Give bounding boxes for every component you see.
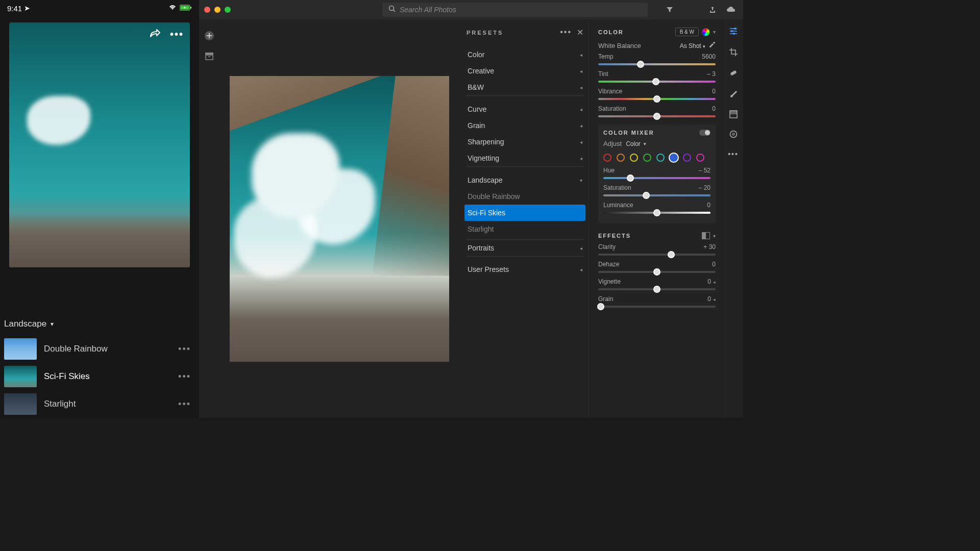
window-maximize-button[interactable] bbox=[225, 7, 231, 13]
preset-label: Sci-Fi Skies bbox=[44, 371, 167, 382]
white-balance-dropdown[interactable]: As Shot ▾ bbox=[680, 42, 705, 49]
add-photo-button[interactable] bbox=[203, 30, 215, 42]
slider-label: Saturation bbox=[603, 184, 631, 191]
slider-label: Grain bbox=[598, 295, 613, 303]
color-swatch[interactable] bbox=[603, 154, 611, 162]
slider-track[interactable] bbox=[598, 288, 716, 290]
slider-track[interactable] bbox=[603, 177, 710, 179]
preset-group-row[interactable]: Curve◂ bbox=[467, 101, 583, 117]
slider-track[interactable] bbox=[598, 254, 716, 256]
more-icon[interactable]: ••• bbox=[170, 29, 184, 40]
cloud-icon[interactable] bbox=[724, 6, 738, 13]
slider-track[interactable] bbox=[603, 212, 710, 214]
color-swatch[interactable] bbox=[643, 154, 651, 162]
preset-more-icon[interactable]: ••• bbox=[174, 371, 195, 382]
slider-label: Vibrance bbox=[598, 88, 622, 95]
slider-thumb[interactable] bbox=[627, 174, 634, 182]
color-swatch[interactable] bbox=[656, 154, 665, 162]
slider-temp: Temp 5600 bbox=[598, 52, 716, 69]
expand-icon[interactable]: ◂ bbox=[713, 297, 716, 302]
search-field-wrap[interactable] bbox=[382, 3, 648, 17]
color-swatch[interactable] bbox=[630, 154, 638, 162]
slider-thumb[interactable] bbox=[653, 268, 660, 276]
crop-icon[interactable] bbox=[729, 47, 738, 59]
adjust-mode-dropdown[interactable]: Color ▾ bbox=[626, 140, 646, 147]
slider-thumb[interactable] bbox=[653, 113, 660, 120]
slider-track[interactable] bbox=[603, 194, 710, 196]
mobile-preset-category-dropdown[interactable]: Landscape ▾ bbox=[0, 313, 199, 335]
slider-track[interactable] bbox=[598, 98, 716, 100]
share-icon[interactable] bbox=[150, 29, 161, 40]
status-time: 9:41 bbox=[7, 4, 22, 13]
filter-icon[interactable] bbox=[663, 6, 677, 13]
slider-thumb[interactable] bbox=[668, 251, 675, 258]
left-toolbar bbox=[199, 19, 219, 418]
mobile-preset-item[interactable]: Double Rainbow ••• bbox=[0, 335, 199, 363]
preset-group-row[interactable]: B&W◂ bbox=[467, 79, 583, 95]
slider-thumb[interactable] bbox=[643, 192, 650, 199]
mobile-preset-item[interactable]: Starlight ••• bbox=[0, 390, 199, 418]
search-input[interactable] bbox=[400, 6, 642, 14]
chevron-down-icon: ▾ bbox=[580, 178, 582, 183]
slider-saturation: Saturation – 20 bbox=[603, 183, 710, 201]
radial-gradient-icon[interactable] bbox=[729, 130, 738, 141]
color-swatch[interactable] bbox=[617, 154, 625, 162]
preset-group-label: Color bbox=[468, 51, 484, 59]
presets-close-icon[interactable]: ✕ bbox=[577, 28, 583, 37]
color-wheel-icon[interactable] bbox=[702, 28, 710, 36]
preset-group-row[interactable]: Vignetting◂ bbox=[467, 150, 583, 166]
preset-group-row[interactable]: Creative◂ bbox=[467, 63, 583, 79]
slider-thumb[interactable] bbox=[652, 78, 659, 85]
preset-group-row[interactable]: Color◂ bbox=[467, 46, 583, 63]
linear-gradient-icon[interactable] bbox=[729, 110, 738, 121]
preset-group-label: B&W bbox=[468, 83, 484, 91]
window-close-button[interactable] bbox=[204, 7, 210, 13]
split-compare-icon[interactable] bbox=[702, 232, 710, 239]
preset-group-row[interactable]: Sharpening◂ bbox=[467, 134, 583, 150]
preset-group-row[interactable]: Grain◂ bbox=[467, 117, 583, 134]
chevron-left-icon: ◂ bbox=[580, 267, 582, 272]
slider-thumb[interactable] bbox=[653, 95, 660, 103]
preset-more-icon[interactable]: ••• bbox=[174, 399, 195, 410]
svg-point-11 bbox=[733, 33, 735, 35]
color-swatch[interactable] bbox=[696, 154, 704, 162]
preset-group-portraits[interactable]: Portraits ◂ bbox=[467, 239, 583, 256]
slider-track[interactable] bbox=[598, 63, 716, 65]
preset-item[interactable]: Starlight bbox=[467, 221, 583, 237]
preset-item[interactable]: Double Rainbow bbox=[467, 188, 583, 205]
preset-group-user[interactable]: User Presets ◂ bbox=[467, 261, 583, 278]
color-swatch[interactable] bbox=[683, 154, 691, 162]
slider-thumb[interactable] bbox=[637, 61, 644, 68]
archive-button[interactable] bbox=[203, 50, 215, 62]
preset-group-landscape[interactable]: Landscape ▾ bbox=[467, 172, 583, 188]
svg-point-16 bbox=[732, 133, 735, 136]
slider-track[interactable] bbox=[598, 271, 716, 273]
chevron-down-icon[interactable]: ▾ bbox=[713, 29, 716, 35]
photo-canvas-area[interactable] bbox=[219, 19, 459, 418]
preset-more-icon[interactable]: ••• bbox=[174, 344, 195, 355]
heal-icon[interactable] bbox=[729, 68, 738, 80]
slider-track[interactable] bbox=[598, 306, 716, 308]
slider-thumb[interactable] bbox=[653, 209, 660, 216]
eyedropper-icon[interactable] bbox=[708, 41, 716, 50]
more-tools-icon[interactable]: ••• bbox=[728, 150, 739, 158]
mobile-preset-item[interactable]: Sci-Fi Skies ••• bbox=[0, 363, 199, 390]
presets-more-icon[interactable]: ••• bbox=[560, 28, 572, 37]
slider-thumb[interactable] bbox=[653, 286, 660, 293]
bw-toggle-chip[interactable]: B & W bbox=[675, 28, 699, 36]
effects-section-title: EFFECTS bbox=[598, 233, 631, 239]
window-minimize-button[interactable] bbox=[214, 7, 220, 13]
color-mixer-toggle[interactable] bbox=[699, 130, 710, 136]
expand-icon[interactable]: ◂ bbox=[713, 280, 716, 285]
main-photo[interactable] bbox=[230, 76, 449, 362]
brush-icon[interactable] bbox=[729, 89, 738, 101]
mobile-photo-preview[interactable] bbox=[9, 22, 190, 267]
color-swatch[interactable] bbox=[670, 154, 678, 162]
chevron-down-icon[interactable]: ▾ bbox=[713, 233, 716, 239]
slider-track[interactable] bbox=[598, 81, 716, 83]
slider-track[interactable] bbox=[598, 115, 716, 117]
edit-sliders-icon[interactable] bbox=[729, 27, 738, 38]
export-icon[interactable] bbox=[705, 6, 720, 13]
preset-item[interactable]: Sci-Fi Skies bbox=[464, 205, 585, 221]
slider-thumb[interactable] bbox=[597, 303, 604, 310]
